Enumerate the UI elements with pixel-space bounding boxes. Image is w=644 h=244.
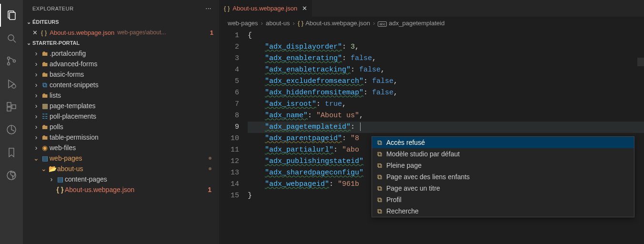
crumb-folder[interactable]: about-us (266, 20, 290, 27)
explorer-sidebar: EXPLORATEUR ··· ⌄ ÉDITEURS ✕ { } About-u… (23, 0, 219, 244)
code-line[interactable]: "adx_displayorder": 3, (248, 41, 644, 53)
activity-github[interactable] (0, 164, 23, 187)
svg-point-5 (8, 63, 10, 65)
tree-item-label: .portalconfig (50, 50, 86, 57)
open-editor-badge: 1 (210, 29, 213, 36)
tree-item[interactable]: ›⧉content-snippets (23, 80, 219, 90)
tree-item[interactable]: ›🖿advanced-forms (23, 59, 219, 69)
template-icon: ▦ (40, 102, 50, 110)
tree-item-label: content-snippets (50, 81, 99, 89)
code-line[interactable]: "adx_isroot": true, (248, 99, 644, 110)
svg-rect-8 (7, 102, 11, 106)
intellisense-suggest[interactable]: ⧉Accès refusé⧉Modèle studio par défaut⧉P… (372, 136, 634, 217)
suggest-item[interactable]: ⧉Modèle studio par défaut (372, 148, 634, 160)
breadcrumb[interactable]: web-pages › about-us › { }About-us.webpa… (219, 17, 644, 29)
chevron-icon: › (32, 50, 40, 57)
activity-source-control[interactable] (0, 50, 23, 72)
crumb-file[interactable]: { }About-us.webpage.json (298, 20, 370, 27)
code-line[interactable]: "adx_excludefromsearch": false, (248, 76, 644, 87)
folder-icon: 🖿 (40, 71, 50, 78)
tree-item-label: advanced-forms (50, 60, 97, 68)
chevron-icon: › (32, 133, 40, 141)
crumb-folder[interactable]: web-pages (228, 20, 258, 27)
tree-item[interactable]: ›🖿basic-forms (23, 69, 219, 80)
activity-bar (0, 0, 23, 244)
suggest-label: Modèle studio par défaut (386, 150, 460, 158)
tree-item[interactable]: ›▤content-pages (23, 174, 219, 184)
chevron-right-icon: › (373, 20, 375, 27)
code-line[interactable]: "adx_hiddenfromsitemap": false, (248, 87, 644, 99)
chevron-right-icon: › (261, 20, 263, 27)
activity-explorer[interactable] (0, 4, 23, 27)
tree-item-label: about-us (57, 165, 83, 173)
enum-icon: ⧉ (376, 139, 383, 147)
close-icon[interactable]: ✕ (302, 5, 307, 12)
poll-icon: ☷ (40, 112, 50, 120)
suggest-label: Page avec un titre (386, 184, 440, 192)
tree-item[interactable]: ⌄📂about-us (23, 163, 219, 174)
tree-item[interactable]: ⌄▤web-pages (23, 153, 219, 163)
suggest-label: Pleine page (386, 162, 422, 169)
json-icon: { } (224, 5, 230, 12)
workspace-section[interactable]: ⌄ STARTER-PORTAL (23, 38, 219, 48)
suggest-label: Accès refusé (386, 139, 425, 146)
suggest-item[interactable]: ⧉Page avec des liens enfants (372, 171, 634, 183)
suggest-item[interactable]: ⧉Profil (372, 194, 634, 205)
suggest-item[interactable]: ⧉Accès refusé (372, 137, 634, 148)
activity-extensions[interactable] (0, 95, 23, 118)
suggest-item[interactable]: ⧉Pleine page (372, 160, 634, 171)
tree-item[interactable]: ›🖿table-permission (23, 132, 219, 142)
svg-point-2 (8, 35, 14, 41)
close-icon[interactable]: ✕ (32, 29, 40, 36)
tree-item[interactable]: ›▦page-templates (23, 101, 219, 111)
open-editors-section[interactable]: ⌄ ÉDITEURS (23, 17, 219, 27)
tree-item[interactable]: { }About-us.webpage.json1 (23, 184, 219, 195)
code-line[interactable]: { (248, 30, 644, 41)
tree-item[interactable]: ›☷poll-placements (23, 111, 219, 122)
chevron-icon: › (32, 71, 40, 78)
tree-item[interactable]: ›🖿lists (23, 90, 219, 101)
activity-bookmark[interactable] (0, 141, 23, 164)
minimap-scrollbar[interactable] (637, 29, 644, 244)
activity-power[interactable] (0, 118, 23, 141)
chevron-down-icon: ⌄ (25, 40, 32, 46)
tree-item-label: poll-placements (50, 112, 96, 120)
code-line[interactable]: "adx_name": "About us", (248, 110, 644, 122)
chevron-down-icon: ⌄ (25, 19, 32, 25)
open-editor-item[interactable]: ✕ { } About-us.webpage.json web-pages\ab… (23, 27, 219, 38)
crumb-symbol[interactable]: abcadx_pagetemplateid (378, 20, 444, 27)
scrollbar-thumb[interactable] (637, 58, 644, 66)
code-line[interactable]: "adx_enabletracking": false, (248, 64, 644, 76)
folder-icon: 🖿 (40, 133, 50, 141)
chevron-icon: › (32, 92, 40, 99)
activity-search[interactable] (0, 27, 23, 50)
chevron-icon: › (32, 112, 40, 120)
webfile-icon: ◉ (40, 144, 50, 152)
tree-item-label: polls (50, 123, 63, 131)
chevron-icon: › (32, 123, 40, 131)
tree-item[interactable]: ›🖿polls (23, 122, 219, 132)
suggest-item[interactable]: ⧉Recherche (372, 205, 634, 217)
svg-point-7 (12, 84, 16, 88)
tree-item[interactable]: ›🖿.portalconfig (23, 48, 219, 59)
webpage-icon: ▤ (40, 154, 50, 162)
code-line[interactable]: "adx_pagetemplateid": (248, 122, 644, 133)
sidebar-more-icon[interactable]: ··· (206, 6, 211, 11)
suggest-label: Recherche (386, 207, 419, 215)
tree-item-label: table-permission (50, 133, 99, 141)
tree-item-label: content-pages (65, 175, 107, 183)
code-line[interactable]: "adx_enablerating": false, (248, 53, 644, 64)
tree-item-label: web-files (50, 144, 76, 152)
tree-item[interactable]: ›◉web-files (23, 142, 219, 153)
tab-about-us-json[interactable]: { } About-us.webpage.json ✕ (219, 0, 312, 17)
activity-run-debug[interactable] (0, 72, 23, 95)
suggest-item[interactable]: ⧉Page avec un titre (372, 183, 634, 194)
chevron-icon: › (48, 175, 55, 183)
svg-rect-10 (12, 105, 16, 109)
tab-bar: { } About-us.webpage.json ✕ (219, 0, 644, 17)
chevron-icon: › (32, 102, 40, 110)
chevron-icon: ⌄ (32, 154, 40, 162)
svg-rect-1 (10, 12, 15, 20)
tree-item-label: web-pages (50, 154, 82, 162)
chevron-icon: › (32, 144, 40, 152)
